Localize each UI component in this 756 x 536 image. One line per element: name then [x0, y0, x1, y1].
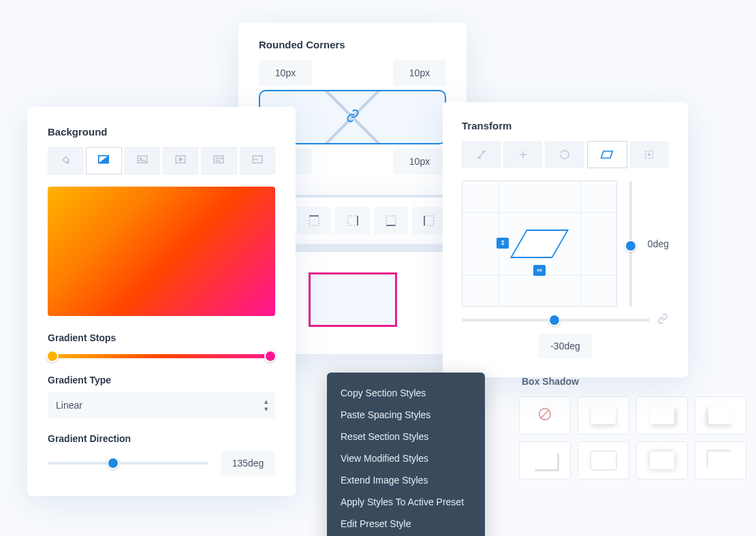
menu-extend-image-styles[interactable]: Extend Image Styles — [327, 469, 485, 491]
svg-marker-17 — [99, 156, 108, 163]
gradient-stop-start[interactable] — [46, 350, 59, 362]
bg-tab-video[interactable] — [163, 147, 198, 174]
transform-panel: Transform ⇕ ⇔ 0deg -30deg — [443, 102, 688, 377]
menu-apply-to-preset[interactable]: Apply Styles To Active Preset — [327, 491, 485, 513]
box-shadow-option-7[interactable] — [695, 441, 746, 479]
menu-reset-section-styles[interactable]: Reset Section Styles — [327, 426, 485, 447]
slider-knob[interactable] — [625, 240, 637, 252]
gradient-stop-end[interactable] — [264, 350, 277, 362]
transform-shape-preview: ⇕ ⇔ — [518, 230, 561, 258]
none-icon — [537, 407, 552, 424]
transform-title: Transform — [462, 120, 669, 131]
box-shadow-grid — [519, 396, 754, 479]
transform-tabs — [462, 141, 669, 168]
gradient-icon — [97, 153, 110, 168]
menu-paste-spacing-styles[interactable]: Paste Spacing Styles — [327, 404, 485, 426]
corner-bottom-right-input[interactable]: 10px — [393, 148, 446, 174]
gradient-preview[interactable] — [48, 187, 275, 316]
transform-horizontal-row — [462, 313, 669, 327]
bg-tab-color[interactable] — [48, 147, 83, 174]
transform-horizontal-value[interactable]: -30deg — [538, 334, 593, 358]
paint-bucket-icon — [59, 153, 72, 168]
image-icon — [136, 153, 148, 168]
svg-point-15 — [648, 154, 650, 156]
svg-point-25 — [221, 158, 223, 159]
box-shadow-title: Box Shadow — [519, 376, 754, 396]
bg-tab-mask[interactable] — [240, 147, 275, 174]
pattern-icon — [212, 153, 225, 168]
link-icon[interactable] — [346, 109, 360, 125]
border-side-right-button[interactable] — [335, 207, 369, 234]
gradient-type-label: Gradient Type — [48, 375, 275, 385]
box-shadow-option-5[interactable] — [578, 441, 629, 479]
box-shadow-option-3[interactable] — [695, 396, 746, 435]
svg-rect-1 — [309, 216, 319, 225]
transform-horizontal-value-row: -30deg — [462, 334, 669, 358]
chevron-updown-icon: ▴▾ — [264, 398, 268, 413]
transform-tab-skew[interactable] — [587, 141, 627, 168]
bg-tab-image[interactable] — [125, 147, 160, 174]
svg-rect-3 — [348, 216, 358, 225]
mask-icon — [251, 153, 264, 168]
transform-tab-scale[interactable] — [462, 141, 501, 168]
border-side-left-button[interactable] — [412, 207, 446, 234]
box-shadow-option-4[interactable] — [519, 441, 571, 479]
svg-point-23 — [217, 158, 218, 159]
border-preview-box[interactable] — [309, 272, 397, 327]
border-side-top-button[interactable] — [297, 207, 331, 234]
background-title: Background — [48, 126, 275, 138]
transform-main: ⇕ ⇔ 0deg — [462, 180, 669, 306]
styles-context-menu: Copy Section Styles Paste Spacing Styles… — [327, 373, 485, 536]
border-side-bottom-button[interactable] — [374, 207, 408, 234]
corner-top-right-input[interactable]: 10px — [393, 60, 446, 86]
background-panel: Background Gradient Stops Gradient Type … — [27, 107, 296, 496]
transform-vertical-value[interactable]: 0deg — [648, 238, 669, 249]
rounded-corners-title: Rounded Corners — [259, 39, 446, 50]
horizontal-handle-icon[interactable]: ⇔ — [533, 265, 546, 276]
transform-horizontal-slider[interactable] — [462, 314, 650, 326]
svg-rect-22 — [215, 156, 224, 163]
slider-knob[interactable] — [107, 457, 119, 469]
gradient-stops-section: Gradient Stops — [48, 332, 275, 358]
svg-point-26 — [217, 161, 218, 162]
link-axes-icon[interactable] — [657, 313, 669, 327]
transform-canvas[interactable]: ⇕ ⇔ — [462, 180, 617, 306]
transform-tab-origin[interactable] — [630, 141, 669, 168]
video-icon — [174, 153, 187, 168]
svg-marker-13 — [601, 151, 613, 158]
gradient-direction-slider[interactable] — [48, 462, 208, 464]
transform-tab-rotate[interactable] — [545, 141, 584, 168]
gradient-stops-label: Gradient Stops — [48, 332, 275, 343]
gradient-direction-row: 135deg — [48, 451, 275, 475]
transform-vertical-slider[interactable] — [625, 180, 637, 306]
svg-point-24 — [219, 158, 220, 159]
box-shadow-panel: Box Shadow — [519, 361, 754, 500]
menu-copy-section-styles[interactable]: Copy Section Styles — [327, 382, 485, 404]
svg-marker-21 — [180, 158, 183, 161]
menu-view-modified-styles[interactable]: View Modified Styles — [327, 447, 485, 469]
bg-tab-pattern[interactable] — [201, 147, 236, 174]
box-shadow-none-button[interactable] — [519, 396, 571, 435]
gradient-type-value: Linear — [56, 400, 82, 411]
gradient-direction-label: Gradient Direction — [48, 433, 275, 444]
bg-tab-gradient[interactable] — [86, 147, 121, 174]
box-shadow-option-2[interactable] — [636, 396, 688, 435]
box-shadow-option-1[interactable] — [578, 396, 629, 435]
gradient-stops-track[interactable] — [48, 354, 275, 358]
svg-rect-5 — [386, 216, 396, 225]
svg-rect-7 — [424, 216, 434, 225]
corner-top-left-input[interactable]: 10px — [259, 60, 312, 86]
transform-tab-translate[interactable] — [503, 141, 542, 168]
gradient-type-select[interactable]: Linear ▴▾ — [48, 392, 275, 418]
svg-point-27 — [219, 161, 220, 162]
background-tabs — [48, 147, 275, 174]
gradient-direction-value[interactable]: 135deg — [221, 451, 275, 475]
svg-line-10 — [541, 410, 550, 419]
box-shadow-option-6[interactable] — [636, 441, 688, 479]
menu-edit-preset-style[interactable]: Edit Preset Style — [327, 513, 485, 535]
slider-knob[interactable] — [548, 314, 561, 326]
vertical-handle-icon[interactable]: ⇕ — [497, 238, 509, 249]
